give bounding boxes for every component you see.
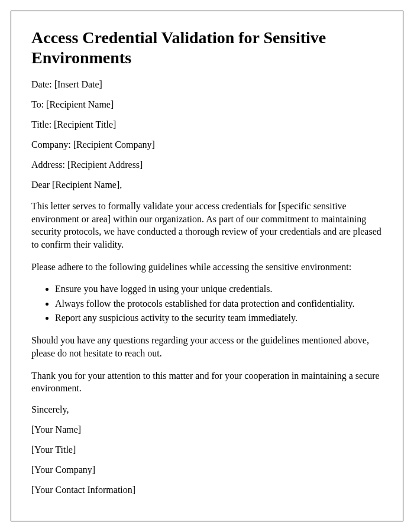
salutation: Dear [Recipient Name], — [31, 180, 383, 190]
signoff-closing: Sincerely, — [31, 404, 383, 415]
signoff-company: [Your Company] — [31, 465, 383, 475]
field-company: Company: [Recipient Company] — [31, 140, 383, 150]
list-item: Ensure you have logged in using your uni… — [55, 283, 383, 296]
field-to: To: [Recipient Name] — [31, 99, 383, 110]
field-recipient-title: Title: [Recipient Title] — [31, 119, 383, 130]
list-item: Report any suspicious activity to the se… — [55, 312, 383, 325]
list-item: Always follow the protocols established … — [55, 297, 383, 310]
signoff-contact: [Your Contact Information] — [31, 485, 383, 495]
paragraph-guidelines-intro: Please adhere to the following guideline… — [31, 261, 383, 274]
signoff-title: [Your Title] — [31, 445, 383, 455]
field-date: Date: [Insert Date] — [31, 79, 383, 90]
signoff-name: [Your Name] — [31, 424, 383, 435]
document-container: Access Credential Validation for Sensiti… — [11, 11, 403, 521]
document-title: Access Credential Validation for Sensiti… — [31, 28, 383, 67]
field-address: Address: [Recipient Address] — [31, 160, 383, 170]
guidelines-list: Ensure you have logged in using your uni… — [55, 283, 383, 325]
paragraph-thanks: Thank you for your attention to this mat… — [31, 369, 383, 395]
paragraph-questions: Should you have any questions regarding … — [31, 334, 383, 359]
paragraph-intro: This letter serves to formally validate … — [31, 200, 383, 251]
